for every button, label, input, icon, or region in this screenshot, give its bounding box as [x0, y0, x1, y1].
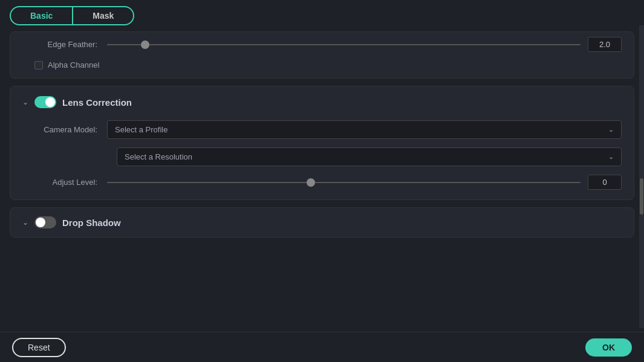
edge-feather-slider[interactable] [107, 44, 581, 45]
adjust-level-slider[interactable] [107, 182, 581, 183]
adjust-level-value[interactable]: 0 [588, 175, 622, 190]
toggle-thumb [45, 97, 55, 107]
drop-shadow-title: Drop Shadow [62, 218, 121, 228]
adjust-level-fill [107, 182, 311, 183]
drop-shadow-chevron[interactable]: ⌄ [22, 218, 28, 227]
adjust-level-row: Adjust Level: 0 [22, 175, 622, 190]
tab-mask[interactable]: Mask [73, 7, 133, 24]
tab-basic[interactable]: Basic [11, 7, 72, 24]
adjust-level-label: Adjust Level: [22, 178, 107, 187]
edge-feather-row: Edge Feather: 2.0 [22, 37, 622, 52]
lens-correction-panel: ⌄ Lens Correction Camera Model: Select a… [10, 86, 634, 200]
bottom-bar: Reset OK [0, 332, 644, 362]
camera-model-dropdown[interactable]: Select a Profile ⌄ [107, 120, 622, 139]
adjust-level-thumb[interactable] [307, 178, 315, 187]
drop-shadow-toggle[interactable] [34, 216, 56, 228]
content-area: Edge Feather: 2.0 Alpha Channel ⌄ [0, 31, 644, 332]
camera-model-row: Camera Model: Select a Profile ⌄ [22, 120, 622, 139]
edge-feather-fill [107, 44, 145, 45]
scrollbar-thumb[interactable] [640, 178, 643, 215]
edge-panel: Edge Feather: 2.0 Alpha Channel [10, 31, 634, 79]
camera-model-label: Camera Model: [22, 125, 107, 134]
resolution-value: Select a Resolution [125, 152, 192, 161]
resolution-dropdown[interactable]: Select a Resolution ⌄ [117, 147, 622, 166]
scrollbar[interactable] [639, 25, 644, 328]
camera-model-chevron-icon: ⌄ [608, 126, 614, 134]
alpha-channel-label: Alpha Channel [48, 60, 99, 69]
edge-feather-label: Edge Feather: [22, 40, 107, 49]
resolution-row: Select a Resolution ⌄ [22, 147, 622, 166]
drop-shadow-panel: ⌄ Drop Shadow [10, 207, 634, 238]
edge-feather-value[interactable]: 2.0 [588, 37, 622, 52]
lens-correction-toggle[interactable] [34, 96, 56, 108]
ok-button[interactable]: OK [585, 338, 632, 357]
tab-bar: Basic Mask [0, 0, 644, 31]
alpha-channel-checkbox[interactable] [34, 61, 43, 69]
lens-correction-chevron[interactable]: ⌄ [22, 98, 28, 106]
alpha-channel-row: Alpha Channel [22, 60, 622, 69]
tab-group: Basic Mask [10, 6, 134, 25]
resolution-chevron-icon: ⌄ [608, 153, 614, 161]
lens-correction-title: Lens Correction [62, 97, 132, 108]
main-container: Basic Mask Edge Feather: 2.0 Alpha Chann… [0, 0, 644, 362]
edge-feather-thumb[interactable] [141, 40, 149, 49]
drop-shadow-toggle-thumb [36, 218, 45, 227]
reset-button[interactable]: Reset [12, 338, 66, 357]
camera-model-value: Select a Profile [115, 125, 168, 134]
lens-correction-header: ⌄ Lens Correction [22, 96, 622, 108]
